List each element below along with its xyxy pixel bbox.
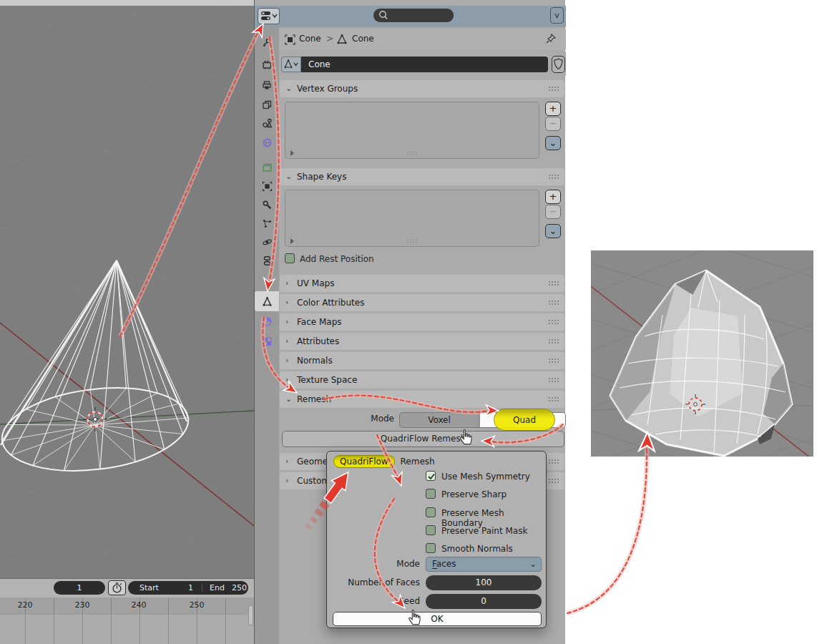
- ok-button[interactable]: OK: [333, 612, 542, 626]
- mnemonic-underline: [432, 568, 437, 569]
- render-icon: [262, 59, 273, 70]
- panel-grip[interactable]: [548, 459, 559, 464]
- panel-grip[interactable]: [548, 319, 559, 325]
- smooth-normals-checkbox[interactable]: [426, 543, 436, 553]
- tab-particles[interactable]: [255, 213, 279, 233]
- dialog-row: Smooth Normals: [327, 542, 547, 555]
- shape-key-add-button[interactable]: +: [545, 190, 561, 204]
- panel-header-vertex-groups[interactable]: ⌄ Vertex Groups: [280, 80, 564, 97]
- vertex-groups-list[interactable]: [285, 102, 539, 159]
- breadcrumb-object[interactable]: Cone: [299, 34, 321, 44]
- panel-header-attributes[interactable]: › Attributes: [280, 333, 564, 350]
- mode-dropdown-value: Faces: [432, 559, 456, 569]
- panel-grip[interactable]: [548, 86, 559, 92]
- tab-object-data[interactable]: [255, 291, 279, 311]
- add-rest-position-checkbox[interactable]: [285, 253, 295, 263]
- tab-material[interactable]: [255, 311, 279, 331]
- wireframe-cone[interactable]: [0, 260, 193, 481]
- panel-header-texture-space[interactable]: › Texture Space: [280, 371, 564, 389]
- tab-constraints[interactable]: [255, 250, 279, 270]
- tab-collection[interactable]: [255, 157, 279, 177]
- chevron-down-icon: ⌄: [529, 557, 537, 571]
- search-input[interactable]: [373, 9, 454, 22]
- panel-label: Remesh: [297, 391, 331, 408]
- preserve-mesh-boundary-checkbox[interactable]: [426, 507, 436, 517]
- mode-dropdown[interactable]: Faces ⌄: [426, 557, 542, 572]
- dialog-row: Preserve Paint Mask: [327, 525, 547, 537]
- tab-physics[interactable]: [255, 232, 279, 252]
- panel-label: Attributes: [297, 333, 339, 350]
- panel-grip[interactable]: [548, 280, 559, 286]
- tab-render[interactable]: [255, 54, 279, 74]
- list-resize-grip[interactable]: [406, 239, 418, 243]
- use-mesh-symmetry-checkbox[interactable]: [426, 471, 436, 481]
- mode-quad-label[interactable]: Quad: [494, 412, 555, 428]
- quadriflow-remesh-button[interactable]: QuadriFlow Remesh: [282, 431, 564, 447]
- 3d-viewport[interactable]: [0, 6, 254, 578]
- editor-type-button[interactable]: [258, 8, 280, 24]
- chevron-right-icon: ›: [285, 294, 294, 311]
- vertex-group-specials-button[interactable]: ⌄: [545, 136, 561, 150]
- timeline-ruler[interactable]: 220 230 240 250: [0, 597, 254, 615]
- viewport-grid: [0, 6, 254, 578]
- seed-field[interactable]: 0: [426, 594, 542, 609]
- panel-header-face-maps[interactable]: › Face Maps: [280, 313, 564, 331]
- checkbox-label: Preserve Paint Mask: [441, 526, 527, 536]
- pin-icon[interactable]: [545, 33, 557, 44]
- preserve-paint-mask-checkbox[interactable]: [426, 525, 436, 535]
- panel-label: Vertex Groups: [297, 80, 358, 97]
- panel-grip[interactable]: [548, 478, 559, 484]
- mode-voxel-button[interactable]: Voxel: [400, 413, 479, 427]
- vertex-group-add-button[interactable]: +: [545, 102, 561, 116]
- frame-range-field[interactable]: Start 1 End 250: [128, 581, 248, 595]
- tab-tool[interactable]: [255, 32, 279, 52]
- chevron-right-icon: ›: [285, 453, 294, 470]
- dialog-row: Use Mesh Symmetry: [327, 470, 547, 483]
- timeline-scrollbar[interactable]: [248, 605, 253, 625]
- filter-dropdown-button[interactable]: v: [550, 7, 564, 24]
- panel-grip[interactable]: [548, 174, 559, 180]
- tab-scene[interactable]: [255, 113, 279, 133]
- tab-object[interactable]: [255, 176, 279, 196]
- properties-header-bar: v: [255, 6, 566, 27]
- panel-grip[interactable]: [548, 377, 559, 383]
- panel-header-normals[interactable]: › Normals: [280, 352, 564, 369]
- tab-output[interactable]: [255, 75, 279, 95]
- panel-grip[interactable]: [548, 300, 559, 306]
- stopwatch-icon: [109, 581, 125, 595]
- tab-world[interactable]: [255, 132, 279, 152]
- panel-header-shape-keys[interactable]: ⌄ Shape Keys: [280, 168, 564, 185]
- panel-header-color-attributes[interactable]: › Color Attributes: [280, 294, 564, 311]
- tab-view-layer[interactable]: [255, 94, 279, 114]
- tab-texture[interactable]: [255, 331, 279, 351]
- datablock-name-field[interactable]: Cone: [301, 57, 548, 72]
- datablock-type-dropdown[interactable]: [281, 57, 301, 72]
- tab-modifiers[interactable]: [255, 195, 279, 215]
- current-frame-field[interactable]: 1: [54, 581, 105, 595]
- mesh-data-icon: [282, 57, 300, 72]
- panel-header-uv-maps[interactable]: › UV Maps: [280, 275, 564, 292]
- chevron-down-icon: ⌄: [285, 80, 294, 97]
- vertex-group-remove-button[interactable]: −: [545, 117, 561, 131]
- end-label: End: [210, 581, 225, 595]
- ruler-tick-line: [54, 597, 54, 644]
- auto-keying-button[interactable]: [108, 580, 126, 595]
- shape-keys-list[interactable]: [285, 190, 539, 247]
- timeline-editor[interactable]: 1 Start 1 End 250 220 230 240 250: [0, 578, 254, 644]
- shape-key-remove-button[interactable]: −: [545, 205, 561, 219]
- dialog-title-rest: Remesh: [401, 457, 435, 467]
- panel-grip[interactable]: [548, 358, 559, 364]
- chevron-down-icon: ⌄: [285, 168, 294, 185]
- ruler-tick-250: 250: [185, 600, 209, 610]
- fake-user-shield-button[interactable]: [552, 56, 565, 73]
- number-of-faces-field[interactable]: 100: [426, 575, 542, 590]
- quadriflow-remesh-dialog: QuadriFlow Remesh Use Mesh Symmetry Pres…: [326, 451, 547, 628]
- panel-grip[interactable]: [548, 338, 559, 344]
- breadcrumb: Cone > Cone: [279, 29, 566, 50]
- breadcrumb-data[interactable]: Cone: [352, 34, 374, 44]
- list-resize-grip[interactable]: [406, 151, 418, 155]
- panel-grip[interactable]: [548, 396, 559, 402]
- shape-key-specials-button[interactable]: ⌄: [545, 224, 561, 238]
- panel-header-remesh[interactable]: ⌄ Remesh: [280, 391, 564, 408]
- preserve-sharp-checkbox[interactable]: [426, 489, 436, 499]
